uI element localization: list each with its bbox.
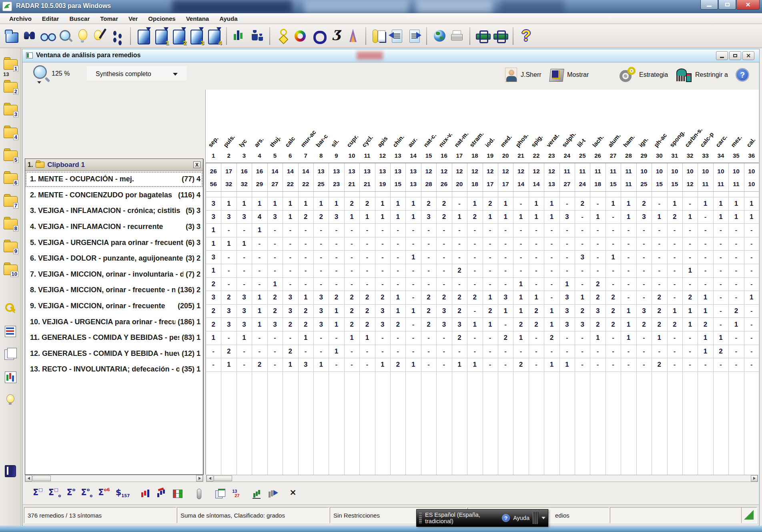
remedy-header-nux-v[interactable]: nux-v. xyxy=(437,130,454,149)
ring-icon[interactable] xyxy=(310,27,326,45)
clipboard-1-icon[interactable]: 1 xyxy=(153,27,169,45)
graph-icon[interactable] xyxy=(252,488,263,499)
flame-icon[interactable] xyxy=(345,27,361,45)
symptom-item-12[interactable]: 12. GENERALES - COMIDA Y BEBIDA - huevos… xyxy=(25,346,203,362)
menu-archivo[interactable]: Archivo xyxy=(4,15,37,22)
symptom-item-13[interactable]: 13. RECTO - INVOLUNTARIA; defecación - o… xyxy=(25,361,203,377)
minimize-button[interactable] xyxy=(700,0,718,10)
maximize-button[interactable] xyxy=(718,0,736,10)
remedy-header-apis[interactable]: apis xyxy=(375,135,389,149)
footprints-icon[interactable] xyxy=(110,27,126,45)
grid-hscrollbar[interactable] xyxy=(206,475,758,482)
remedy-header-phos[interactable]: phos. xyxy=(513,131,530,149)
close-button[interactable]: ✕ xyxy=(736,0,760,10)
clipboard-2-icon[interactable]: 2 xyxy=(170,27,186,45)
copy-analysis-icon[interactable] xyxy=(215,488,225,499)
analysis-chart-icon[interactable] xyxy=(231,27,247,45)
remedy-header-lil-t[interactable]: lil-t xyxy=(575,137,588,149)
internet-globe-icon[interactable] xyxy=(431,27,447,45)
symptom-item-5[interactable]: 5. VEJIGA - URGENCIA para orinar - frecu… xyxy=(25,235,203,251)
clipboard-folder-4[interactable]: 4 xyxy=(4,128,17,138)
symptom-item-7[interactable]: 7. VEJIGA - MICCION, orinar - involuntar… xyxy=(25,267,203,283)
expert-analysis-icon[interactable] xyxy=(268,488,279,499)
pendulum-icon[interactable] xyxy=(275,27,291,45)
binoculars-search-icon[interactable] xyxy=(22,27,38,45)
menu-ver[interactable]: Ver xyxy=(123,15,143,22)
symptom-item-2[interactable]: 2. MENTE - CONCIENZUDO por bagatelas(116… xyxy=(25,187,203,203)
clipboard-folder-6[interactable]: 6 xyxy=(4,173,17,184)
press-tool-2-icon[interactable] xyxy=(492,27,508,45)
clipboard-folder-9[interactable]: 9 xyxy=(4,242,17,252)
dram-prescription-icon[interactable] xyxy=(327,27,343,45)
sum-degrees-6-icon[interactable]: Σo6 xyxy=(98,488,110,500)
scrollbar-thumb[interactable] xyxy=(32,476,51,481)
language-bar-caret-icon[interactable] xyxy=(541,517,545,519)
show-button[interactable]: Mostrar xyxy=(549,66,589,84)
table-colors-icon[interactable] xyxy=(172,488,183,499)
thermometer-icon[interactable] xyxy=(194,488,204,499)
language-bar-grip-icon[interactable] xyxy=(419,513,422,523)
scroll-left-icon[interactable] xyxy=(25,475,32,482)
scroll-right-icon[interactable] xyxy=(751,475,758,482)
eyeglasses-browse-icon[interactable] xyxy=(39,27,55,45)
clipboard-close-button[interactable]: X xyxy=(193,161,201,168)
chart-sheet-icon[interactable] xyxy=(4,371,17,383)
remedy-note-icon[interactable] xyxy=(371,27,387,45)
remedy-header-puls[interactable]: puls. xyxy=(221,133,237,149)
symptom-item-9[interactable]: 9. VEJIGA - MICCION, orinar - frecuente(… xyxy=(25,298,203,314)
child-restore-button[interactable] xyxy=(729,51,741,60)
remedy-header-sil[interactable]: sil. xyxy=(329,137,341,149)
open-folder-icon[interactable] xyxy=(4,27,20,45)
clipboard-folder-5[interactable]: 5 xyxy=(4,151,17,161)
repertory-dropdown-icon[interactable] xyxy=(173,73,178,76)
language-help-icon[interactable]: ? xyxy=(502,514,510,522)
copy-sheets-icon[interactable] xyxy=(4,348,17,361)
small-rubrics-icon[interactable]: $157 xyxy=(116,488,130,500)
families-chart-icon[interactable] xyxy=(156,488,167,499)
zoom-dropdown-arrow-icon[interactable] xyxy=(37,81,41,84)
key-icon[interactable] xyxy=(4,302,17,315)
remedy-header-lyc[interactable]: lyc xyxy=(237,137,249,149)
remedy-header-carc[interactable]: carc. xyxy=(714,133,729,149)
remedy-header-calc[interactable]: calc xyxy=(283,135,297,149)
remedy-header-spig[interactable]: spig. xyxy=(529,133,545,149)
relative-importance-icon[interactable] xyxy=(140,488,151,499)
clipboard-3-icon[interactable]: 3 xyxy=(188,27,204,45)
clipboard-folder-1[interactable]: 1 xyxy=(4,59,17,70)
clipboard-folder-3[interactable]: 3 xyxy=(4,105,17,115)
language-bar[interactable]: ES Español (España, tradicional) ? Ayuda xyxy=(416,509,548,527)
symptom-list-hscrollbar[interactable] xyxy=(25,475,203,482)
menu-ayuda[interactable]: Ayuda xyxy=(214,15,243,22)
remedy-header-nat-c[interactable]: nat-c. xyxy=(421,131,438,149)
rainbow-materia-icon[interactable] xyxy=(292,27,308,45)
symptom-item-8[interactable]: 8. VEJIGA - MICCION, orinar - frecuente … xyxy=(25,282,203,298)
remedy-header-sulph[interactable]: sulph. xyxy=(559,130,577,149)
remedy-header-ars[interactable]: ars. xyxy=(252,135,265,149)
scroll-left-icon[interactable] xyxy=(207,475,213,482)
show-numbers-icon[interactable] xyxy=(231,488,241,499)
child-close-button[interactable]: ✕ xyxy=(742,51,754,60)
remedy-header-ham[interactable]: ham. xyxy=(621,133,637,149)
menu-tomar[interactable]: Tomar xyxy=(95,15,123,22)
remedy-header-alum[interactable]: alum. xyxy=(606,131,622,149)
remedy-header-lach[interactable]: lach. xyxy=(590,133,606,149)
bulb-edit-icon[interactable] xyxy=(92,27,108,45)
remedy-header-cupr[interactable]: cupr. xyxy=(345,132,360,149)
remedy-header-ph-ac[interactable]: ph-ac xyxy=(652,131,669,149)
menu-buscar[interactable]: Buscar xyxy=(64,15,95,22)
menu-editar[interactable]: Editar xyxy=(37,15,64,22)
patient-card-icon[interactable] xyxy=(4,325,17,338)
close-analysis-icon[interactable]: × xyxy=(289,488,297,500)
remedy-header-ign[interactable]: ign. xyxy=(637,135,650,149)
child-minimize-button[interactable] xyxy=(716,51,728,60)
bulb-hint-icon[interactable] xyxy=(74,27,90,45)
clipboard-header[interactable]: 1. Clipboard 1 X xyxy=(25,159,203,171)
help-button[interactable]: ? xyxy=(736,66,749,84)
remedy-header-cal[interactable]: cal. xyxy=(744,136,757,149)
language-label[interactable]: ES Español (España, tradicional) xyxy=(425,512,499,524)
sum-rubrics-icon[interactable]: Σ□ xyxy=(33,488,43,500)
symptom-item-11[interactable]: 11. GENERALES - COMIDA Y BEBIDAS - pesca… xyxy=(25,330,203,346)
remedy-header-chin[interactable]: chin. xyxy=(391,133,406,149)
user-button[interactable]: J.Sherr xyxy=(505,66,541,84)
remedy-header-iod[interactable]: iod. xyxy=(483,135,496,149)
